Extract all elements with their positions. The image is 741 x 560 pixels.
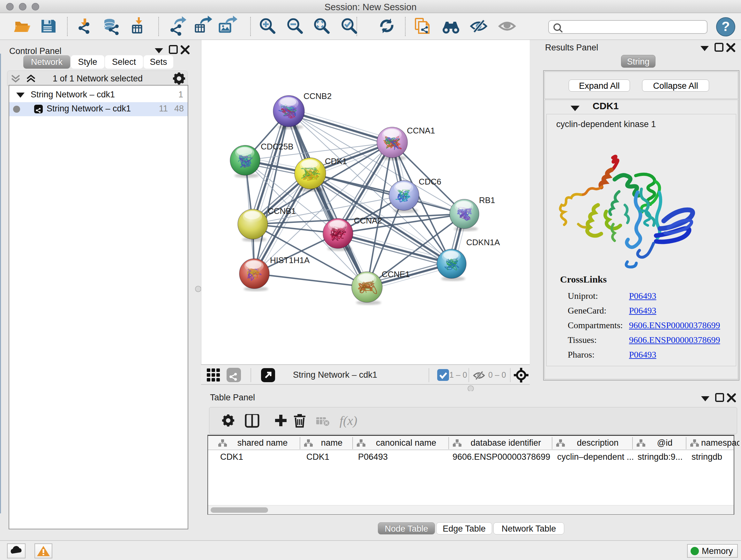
svg-text:CDC25B: CDC25B (261, 142, 293, 151)
svg-text:CCNA2: CCNA2 (354, 216, 382, 226)
svg-text:CDC6: CDC6 (419, 177, 441, 186)
svg-text:HIST1H1A: HIST1H1A (270, 255, 310, 265)
svg-text:CCNE1: CCNE1 (382, 269, 410, 279)
svg-text:CCNB2: CCNB2 (304, 91, 332, 101)
svg-text:CDKN1A: CDKN1A (466, 238, 500, 247)
svg-text:f(x): f(x) (340, 414, 357, 428)
svg-text:CCNA1: CCNA1 (407, 126, 435, 135)
svg-text:?: ? (722, 19, 730, 34)
svg-text:CCNB1: CCNB1 (268, 206, 296, 216)
svg-text:CDK1: CDK1 (325, 157, 347, 166)
svg-text:RB1: RB1 (479, 195, 495, 205)
